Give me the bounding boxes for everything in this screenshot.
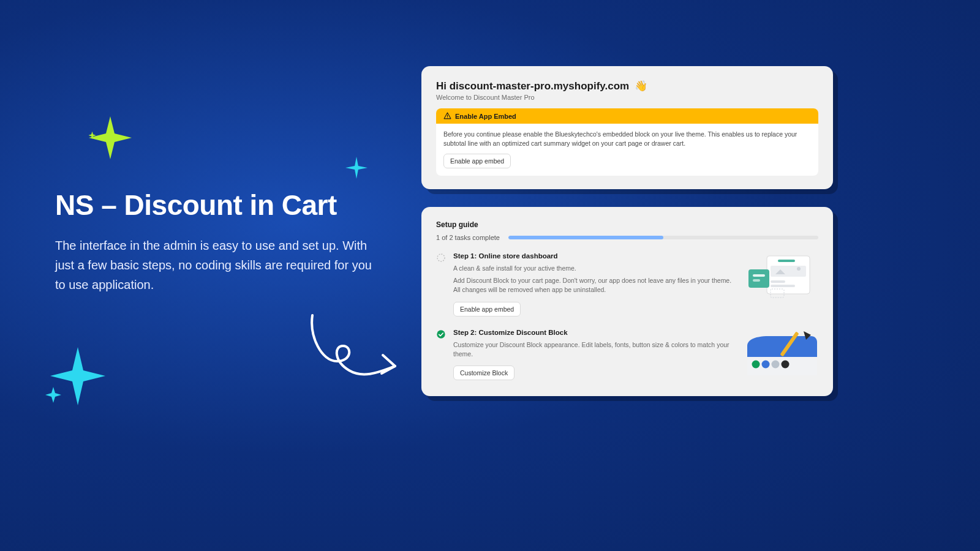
svg-point-1	[447, 118, 448, 118]
step1-title: Step 1: Online store dashboard	[453, 252, 737, 260]
svg-rect-5	[771, 266, 806, 277]
sparkle-icon	[345, 157, 368, 179]
setup-step-1: Step 1: Online store dashboard A clean &…	[436, 252, 818, 317]
setup-guide-title: Setup guide	[436, 220, 818, 229]
progress-label: 1 of 2 tasks complete	[436, 234, 500, 241]
step-pending-icon	[436, 253, 446, 263]
greeting-text: Hi discount-master-pro.myshopify.com 👋	[436, 80, 818, 92]
step1-enable-button[interactable]: Enable app embed	[453, 302, 521, 317]
greeting-prefix: Hi	[436, 80, 450, 92]
svg-rect-10	[753, 274, 765, 277]
enable-embed-alert: Enable App Embed Before you continue ple…	[436, 108, 818, 176]
welcome-card: Hi discount-master-pro.myshopify.com 👋 W…	[421, 66, 833, 189]
svg-rect-8	[771, 285, 795, 287]
step-complete-icon	[436, 329, 446, 339]
alert-header: Enable App Embed	[436, 108, 818, 124]
step2-illustration	[745, 329, 818, 380]
setup-step-2: Step 2: Customize Discount Block Customi…	[436, 329, 818, 380]
warning-icon	[443, 112, 451, 120]
svg-rect-11	[753, 279, 760, 282]
svg-rect-4	[778, 260, 795, 262]
svg-rect-7	[771, 280, 785, 283]
step1-illustration	[745, 252, 818, 304]
progress-fill	[508, 236, 663, 239]
step2-customize-button[interactable]: Customize Block	[453, 365, 514, 380]
sparkle-icon	[89, 116, 132, 159]
page-title: NS – Discount in Cart	[55, 190, 374, 221]
svg-point-16	[762, 360, 770, 368]
step1-desc-a: A clean & safe install for your active t…	[453, 264, 737, 273]
enable-app-embed-button[interactable]: Enable app embed	[443, 154, 511, 168]
setup-guide-card: Setup guide 1 of 2 tasks complete Step 1…	[421, 207, 833, 396]
wave-icon: 👋	[635, 80, 647, 92]
greeting-shop: discount-master-pro.myshopify.com	[450, 80, 629, 92]
sparkle-icon	[44, 344, 105, 405]
arrow-doodle-icon	[303, 312, 407, 392]
svg-point-2	[437, 254, 445, 261]
step2-title: Step 2: Customize Discount Block	[453, 329, 737, 336]
step1-desc-b: Add Discount Block to your cart page. Do…	[453, 276, 737, 294]
svg-point-15	[752, 360, 760, 368]
alert-title: Enable App Embed	[455, 113, 516, 120]
page-subtitle: The interface in the admin is easy to us…	[55, 236, 374, 294]
svg-point-17	[772, 360, 780, 368]
alert-body-text: Before you continue please enable the Bl…	[436, 124, 818, 154]
welcome-subtext: Welcome to Discount Master Pro	[436, 94, 818, 101]
svg-point-13	[437, 330, 445, 338]
progress-bar	[508, 236, 818, 239]
step2-desc: Customize your Discount Block appearance…	[453, 340, 737, 359]
svg-point-6	[797, 267, 801, 271]
svg-rect-9	[748, 269, 769, 288]
svg-point-18	[782, 360, 790, 368]
